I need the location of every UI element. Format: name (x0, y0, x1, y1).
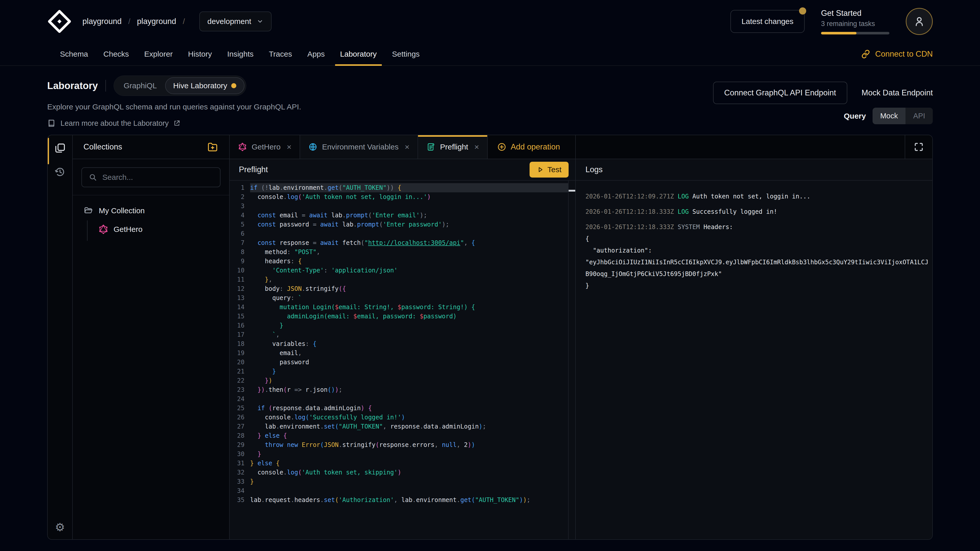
nav-item-schema[interactable]: Schema (52, 43, 96, 65)
close-icon[interactable]: × (474, 142, 479, 152)
connect-cdn-link[interactable]: Connect to CDN (861, 49, 933, 59)
code-line-25[interactable]: 25 if (response.data.adminLogin) { (230, 403, 575, 413)
line-number: 21 (230, 367, 245, 376)
code-line-31[interactable]: 31} else { (230, 459, 575, 468)
log-row-7: B90oqg_IjOmGtjP6CkiV5Jt695jBD0fjzPxk" (585, 268, 932, 279)
plus-circle-icon (497, 142, 507, 152)
learn-more-link[interactable]: Learn more about the Laboratory (47, 119, 933, 127)
code-line-19[interactable]: 19 email, (230, 348, 575, 358)
code-line-12[interactable]: 12 body: JSON.stringify({ (230, 284, 575, 293)
search-input[interactable] (102, 173, 213, 182)
code-line-32[interactable]: 32 console.log('Auth token set, skipping… (230, 468, 575, 477)
breadcrumb-org[interactable]: playground (83, 17, 121, 26)
code-line-5[interactable]: 5 const password = await lab.prompt('Ent… (230, 220, 575, 229)
code-line-9[interactable]: 9 headers: { (230, 257, 575, 266)
play-icon (537, 166, 544, 173)
query-target-switch: Mock API (873, 108, 933, 124)
latest-changes-button[interactable]: Latest changes (730, 10, 805, 33)
log-row-8: } (585, 280, 932, 291)
operation-row-gethero[interactable]: GetHero (98, 221, 218, 238)
code-line-14[interactable]: 14 mutation Login($email: String!, $pass… (230, 303, 575, 312)
nav-item-checks[interactable]: Checks (96, 43, 137, 65)
code-line-24[interactable]: 24 (230, 394, 575, 403)
new-collection-folder-icon[interactable] (207, 141, 218, 153)
line-number: 33 (230, 477, 245, 486)
connect-cdn-label: Connect to CDN (875, 49, 933, 59)
mock-data-endpoint-button[interactable]: Mock Data Endpoint (862, 88, 933, 97)
toggle-hive-laboratory[interactable]: Hive Laboratory (165, 77, 245, 94)
code-line-1[interactable]: 1if (!lab.environment.get("AUTH_TOKEN"))… (230, 183, 575, 192)
collection-folder-row[interactable]: My Collection (83, 203, 218, 219)
nav-item-traces[interactable]: Traces (261, 43, 300, 65)
code-line-20[interactable]: 20 password (230, 358, 575, 367)
preflight-code-editor[interactable]: 1if (!lab.environment.get("AUTH_TOKEN"))… (230, 181, 575, 539)
log-row-4: { (585, 233, 932, 245)
code-line-34[interactable]: 34 (230, 486, 575, 495)
query-option-api[interactable]: API (905, 108, 933, 124)
code-line-7[interactable]: 7 const response = await fetch("http://l… (230, 238, 575, 248)
tab-environment-variables[interactable]: Environment Variables × (300, 135, 418, 159)
history-icon[interactable] (54, 166, 66, 178)
tab-preflight[interactable]: Preflight × (418, 135, 488, 159)
line-number: 29 (230, 440, 245, 449)
toggle-graphiql[interactable]: GraphiQL (115, 77, 165, 94)
code-line-28[interactable]: 28 } else { (230, 431, 575, 440)
nav-item-explorer[interactable]: Explorer (137, 43, 180, 65)
collections-icon[interactable] (54, 142, 66, 154)
code-line-13[interactable]: 13 query: ` (230, 293, 575, 303)
toggle-hive-label: Hive Laboratory (173, 81, 228, 90)
add-operation-button[interactable]: Add operation (488, 135, 569, 159)
external-link-icon (173, 120, 180, 127)
app-header: playground / playground / development La… (0, 0, 980, 43)
test-button[interactable]: Test (530, 162, 569, 178)
hive-logo-icon[interactable] (47, 9, 72, 34)
nav-item-settings[interactable]: Settings (384, 43, 427, 65)
tab-gethero[interactable]: GetHero × (230, 135, 300, 159)
code-line-22[interactable]: 22 }) (230, 376, 575, 385)
code-line-15[interactable]: 15 adminLogin(email: $email, password: $… (230, 312, 575, 321)
line-number: 18 (230, 339, 245, 348)
line-number: 31 (230, 459, 245, 468)
line-number: 4 (230, 211, 245, 220)
code-line-27[interactable]: 27 lab.environment.set("AUTH_TOKEN", res… (230, 422, 575, 431)
code-line-11[interactable]: 11 }, (230, 275, 575, 284)
code-line-2[interactable]: 2 console.log('Auth token not set, loggi… (230, 192, 575, 202)
code-line-6[interactable]: 6 (230, 229, 575, 238)
code-line-33[interactable]: 33} (230, 477, 575, 486)
collections-search[interactable] (81, 167, 221, 187)
code-line-18[interactable]: 18 variables: { (230, 339, 575, 348)
target-selector[interactable]: development (199, 11, 272, 32)
line-number: 11 (230, 275, 245, 284)
code-line-21[interactable]: 21 } (230, 367, 575, 376)
settings-gear-icon[interactable]: ⚙ (55, 521, 65, 534)
log-lines: 2026-01-26T12:12:09.271Z LOG Auth token … (576, 181, 932, 539)
nav-item-history[interactable]: History (180, 43, 220, 65)
log-row-1: 2026-01-26T12:12:09.271Z LOG Auth token … (585, 191, 932, 202)
code-line-29[interactable]: 29 throw new Error(JSON.stringify(respon… (230, 440, 575, 449)
code-line-23[interactable]: 23 }).then(r => r.json()); (230, 385, 575, 394)
code-line-17[interactable]: 17 `, (230, 330, 575, 339)
close-icon[interactable]: × (286, 142, 291, 152)
user-avatar[interactable] (906, 8, 933, 35)
code-line-10[interactable]: 10 'Content-Type': 'application/json' (230, 266, 575, 275)
nav-item-insights[interactable]: Insights (220, 43, 261, 65)
query-option-mock[interactable]: Mock (873, 108, 905, 124)
code-line-35[interactable]: 35lab.request.headers.set('Authorization… (230, 495, 575, 505)
line-number: 16 (230, 321, 245, 330)
code-line-3[interactable]: 3 (230, 202, 575, 211)
connect-graphql-endpoint-button[interactable]: Connect GraphQL API Endpoint (713, 82, 847, 104)
line-number: 15 (230, 312, 245, 321)
close-icon[interactable]: × (405, 142, 410, 152)
nav-item-apps[interactable]: Apps (300, 43, 332, 65)
fullscreen-button[interactable] (905, 135, 932, 159)
code-line-30[interactable]: 30 } (230, 449, 575, 459)
code-line-16[interactable]: 16 } (230, 321, 575, 330)
get-started-widget[interactable]: Get Started 3 remaining tasks (821, 9, 889, 35)
code-line-8[interactable]: 8 method: "POST", (230, 248, 575, 257)
code-line-4[interactable]: 4 const email = await lab.prompt('Enter … (230, 211, 575, 220)
breadcrumb-project[interactable]: playground (137, 17, 176, 26)
line-number: 19 (230, 348, 245, 358)
nav-item-laboratory[interactable]: Laboratory (332, 43, 384, 65)
code-line-26[interactable]: 26 console.log('Successfully logged in!'… (230, 413, 575, 422)
line-number: 32 (230, 468, 245, 477)
